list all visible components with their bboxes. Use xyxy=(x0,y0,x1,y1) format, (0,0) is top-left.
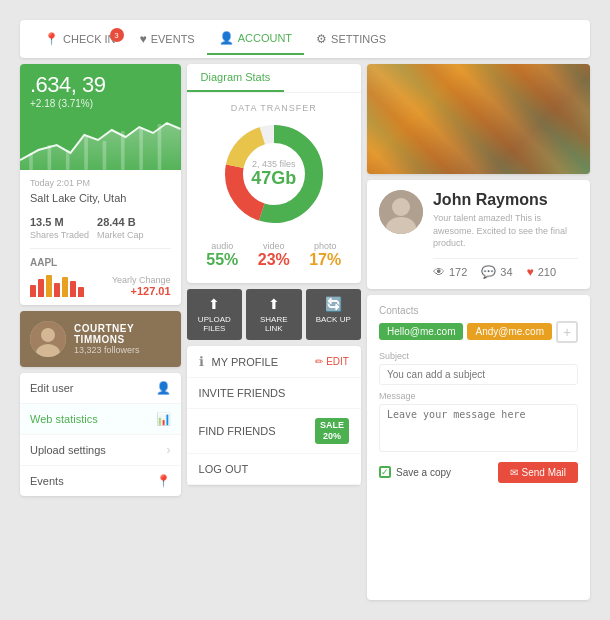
checkmark-icon: ✓ xyxy=(381,467,389,477)
video-label: video xyxy=(258,241,290,251)
send-mail-icon: ✉ xyxy=(510,467,518,478)
svg-rect-2 xyxy=(48,145,52,170)
save-copy-label: Save a copy xyxy=(396,467,451,478)
views-count: 172 xyxy=(449,266,467,278)
nav-account[interactable]: 👤 ACCOUNT xyxy=(207,23,304,55)
contact-footer: ✓ Save a copy ✉ Send Mail xyxy=(379,462,578,483)
events-label: EVENTS xyxy=(151,33,195,45)
user-profile-card: John Raymons Your talent amazed! This is… xyxy=(367,180,590,289)
middle-column: Diagram Stats DATA TRANSFER xyxy=(187,64,361,600)
heart-icon: ♥ xyxy=(527,265,534,279)
message-textarea[interactable] xyxy=(379,404,578,452)
stock-card: .634, 39 +2.18 (3.71%) xyxy=(20,64,181,305)
edit-profile-button[interactable]: ✏ EDIT xyxy=(315,356,349,367)
subject-field-label: Subject xyxy=(379,351,578,361)
profile-card: COURTNEY TIMMONS 13,323 followers xyxy=(20,311,181,367)
views-stat: 👁 172 xyxy=(433,265,467,279)
upload-icon: › xyxy=(167,443,171,457)
send-mail-label: Send Mail xyxy=(522,467,566,478)
bar-4 xyxy=(54,283,60,297)
stock-stats: 13.5 M Shares Traded 28.44 B Market Cap xyxy=(30,212,171,249)
eye-icon: 👁 xyxy=(433,265,445,279)
menu-events[interactable]: Events 📍 xyxy=(20,466,181,496)
bar-2 xyxy=(38,279,44,297)
diagram-body: DATA TRANSFER xyxy=(187,93,361,283)
edit-label: EDIT xyxy=(326,356,349,367)
bar-5 xyxy=(62,277,68,297)
contacts-label: Contacts xyxy=(379,305,578,316)
events-icon: ♥ xyxy=(140,32,147,46)
svg-point-10 xyxy=(41,328,55,342)
menu-list: Edit user 👤 Web statistics 📊 Upload sett… xyxy=(20,373,181,496)
send-mail-button[interactable]: ✉ Send Mail xyxy=(498,462,578,483)
save-copy-checkbox[interactable]: ✓ xyxy=(379,466,391,478)
back-up-button[interactable]: 🔄 BACK UP xyxy=(306,289,361,340)
invite-friends-label: INVITE FRIENDS xyxy=(199,387,286,399)
my-profile-row[interactable]: ℹ MY PROFILE ✏ EDIT xyxy=(187,346,361,378)
photo-value: 17% xyxy=(309,251,341,268)
diagram-section-title: DATA TRANSFER xyxy=(197,103,351,113)
nav-settings[interactable]: ⚙ SETTINGS xyxy=(304,24,398,54)
marketcap-label: Market Cap xyxy=(97,230,144,240)
shares-label: Shares Traded xyxy=(30,230,89,240)
profile-section: ℹ MY PROFILE ✏ EDIT INVITE FRIENDS FIND … xyxy=(187,346,361,485)
menu-upload[interactable]: Upload settings › xyxy=(20,435,181,466)
sale-badge: SALE 20% xyxy=(315,418,349,444)
find-friends-row[interactable]: FIND FRIENDS SALE 20% xyxy=(187,409,361,454)
diagram-tabs: Diagram Stats xyxy=(187,64,361,93)
photo-label: photo xyxy=(309,241,341,251)
logout-row[interactable]: LOG OUT xyxy=(187,454,361,485)
invite-friends-row[interactable]: INVITE FRIENDS xyxy=(187,378,361,409)
yearly-label: Yearly Change xyxy=(112,275,171,285)
upload-files-button[interactable]: ⬆ UPLOAD FILES xyxy=(187,289,242,340)
svg-rect-6 xyxy=(121,131,125,170)
upload-label: Upload settings xyxy=(30,444,106,456)
photo-stat: photo 17% xyxy=(309,241,341,269)
contact-tag-1[interactable]: Hello@me.com xyxy=(379,323,464,340)
account-icon: 👤 xyxy=(219,31,234,45)
profile-avatar xyxy=(30,321,66,357)
menu-edit-user[interactable]: Edit user 👤 xyxy=(20,373,181,404)
diagram-tab-stats[interactable]: Diagram Stats xyxy=(187,64,285,92)
find-friends-label: FIND FRIENDS xyxy=(199,425,276,437)
shares-value: 13.5 M xyxy=(30,216,64,228)
bar-6 xyxy=(70,281,76,297)
nav-checkin[interactable]: 📍 CHECK IN 3 xyxy=(32,24,128,54)
share-link-button[interactable]: ⬆ SHARE LINK xyxy=(246,289,301,340)
share-link-label: SHARE LINK xyxy=(250,315,297,333)
subject-input[interactable] xyxy=(379,364,578,385)
nav-events[interactable]: ♥ EVENTS xyxy=(128,24,207,54)
contact-tag-2[interactable]: Andy@me.com xyxy=(467,323,552,340)
likes-stat: ♥ 210 xyxy=(527,265,556,279)
profile-followers: 13,323 followers xyxy=(74,345,171,355)
user-info: John Raymons Your talent amazed! This is… xyxy=(433,190,578,279)
likes-count: 210 xyxy=(538,266,556,278)
events-menu-icon: 📍 xyxy=(156,474,171,488)
share-link-icon: ⬆ xyxy=(268,296,280,312)
donut-chart-wrapper: 2, 435 files 47Gb xyxy=(197,119,351,229)
bar-3 xyxy=(46,275,52,297)
video-stat: video 23% xyxy=(258,241,290,269)
ticker-symbol: AAPL xyxy=(30,257,84,268)
marketcap-stat: 28.44 B Market Cap xyxy=(97,212,144,240)
add-contact-button[interactable]: + xyxy=(556,321,578,343)
account-label: ACCOUNT xyxy=(238,32,292,44)
svg-rect-5 xyxy=(103,141,107,170)
stock-price: .634, 39 xyxy=(30,72,171,98)
web-stats-label: Web statistics xyxy=(30,413,98,425)
menu-web-stats[interactable]: Web statistics 📊 xyxy=(20,404,181,435)
my-profile-icon: ℹ xyxy=(199,354,204,369)
user-tagline: Your talent amazed! This is awesome. Exc… xyxy=(433,212,578,250)
svg-rect-3 xyxy=(66,150,70,170)
stock-body: Today 2:01 PM Salt Lake City, Utah 13.5 … xyxy=(20,170,181,305)
back-up-icon: 🔄 xyxy=(325,296,342,312)
audio-label: audio xyxy=(206,241,238,251)
shares-stat: 13.5 M Shares Traded xyxy=(30,212,89,240)
contact-form-card: Contacts Hello@me.com Andy@me.com + Subj… xyxy=(367,295,590,600)
my-profile-label: MY PROFILE xyxy=(212,356,278,368)
bar-7 xyxy=(78,287,84,297)
left-column: .634, 39 +2.18 (3.71%) xyxy=(20,64,181,600)
right-column: John Raymons Your talent amazed! This is… xyxy=(367,64,590,600)
user-name: John Raymons xyxy=(433,190,578,209)
save-copy-option[interactable]: ✓ Save a copy xyxy=(379,466,451,478)
